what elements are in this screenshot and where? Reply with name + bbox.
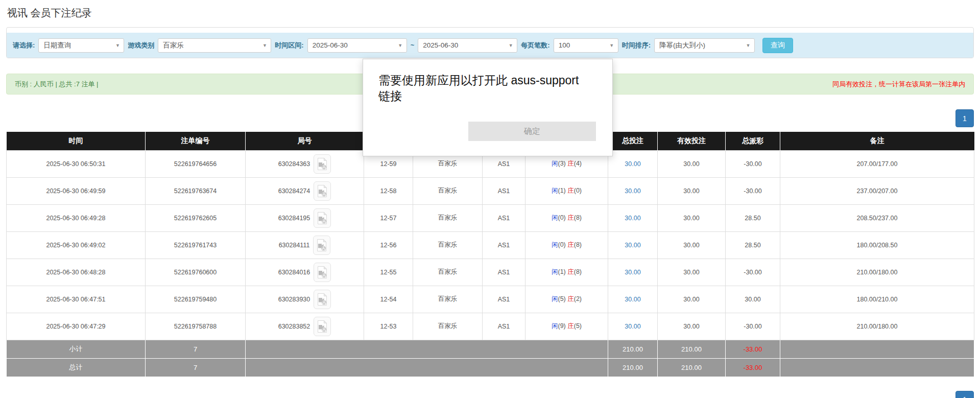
filter-bar: 请选择: 日期查询 ▼ 游戏类别 百家乐 ▼ 时间区间: 2025-06-30 … xyxy=(7,33,973,58)
video-replay-button[interactable] xyxy=(314,263,331,282)
total-bet-sum: 210.00 xyxy=(608,358,658,377)
round-cell: 630283930 xyxy=(246,286,364,313)
dialog-confirm-button[interactable]: 确定 xyxy=(468,122,596,141)
banker-bet-label: 庄 xyxy=(567,214,574,221)
round-id: 630284016 xyxy=(278,269,310,276)
range-separator: ~ xyxy=(411,41,415,49)
remark: 207.00/177.00 xyxy=(780,150,974,177)
remark: 210.00/180.00 xyxy=(780,259,974,286)
banker-bet-value: (8) xyxy=(574,268,582,275)
dialog-message: 需要使用新应用以打开此 asus-support 链接 xyxy=(378,73,583,104)
pagination-page-1-button[interactable]: 1 xyxy=(955,109,974,127)
banker-bet-value: (8) xyxy=(574,241,582,248)
video-replay-button[interactable] xyxy=(314,181,331,201)
total-count: 7 xyxy=(146,340,246,358)
round-id: 630284195 xyxy=(278,215,310,222)
player-bet-value: (1) xyxy=(558,268,565,275)
total-bet-cell: 30.00 xyxy=(608,177,658,204)
bet-detail: 闲(0) 庄(8) xyxy=(525,204,608,231)
remark: 180.00/210.00 xyxy=(780,286,974,313)
total-bet-link[interactable]: 30.00 xyxy=(625,323,640,330)
payout: -30.00 xyxy=(726,150,780,177)
game-name: 百家乐 xyxy=(413,177,483,204)
video-replay-button[interactable] xyxy=(314,208,331,228)
total-bet-cell: 30.00 xyxy=(608,204,658,231)
remark: 210.00/180.00 xyxy=(780,313,974,340)
currency-total-text: 币别 : 人民币 | 总共 :7 注单 | xyxy=(15,80,99,89)
player-bet-label: 闲 xyxy=(552,295,558,302)
chevron-down-icon[interactable]: ▼ xyxy=(258,39,271,52)
bet-time: 2025-06-30 06:49:02 xyxy=(7,231,146,259)
total-bet-link[interactable]: 30.00 xyxy=(625,296,640,303)
bet-time: 2025-06-30 06:47:29 xyxy=(7,313,146,340)
query-type-value: 日期查询 xyxy=(39,41,111,50)
chevron-down-icon[interactable]: ▼ xyxy=(742,39,754,52)
query-type-select[interactable]: 日期查询 ▼ xyxy=(38,38,124,53)
chevron-down-icon[interactable]: ▼ xyxy=(394,39,407,52)
chevron-down-icon[interactable]: ▼ xyxy=(505,39,517,52)
table-row: 2025-06-30 06:49:28 522619762605 6302841… xyxy=(7,204,974,231)
search-button[interactable]: 查询 xyxy=(762,38,793,53)
valid-bet-note: 同局有效投注，统一计算在该局第一张注单内 xyxy=(832,80,965,89)
bet-time: 2025-06-30 06:49:59 xyxy=(7,177,146,204)
round-id: 630283930 xyxy=(278,296,310,303)
payout: -30.00 xyxy=(726,313,780,340)
round-cell: 630284195 xyxy=(246,204,364,231)
payout: 28.50 xyxy=(726,204,780,231)
payout-sum: -33.00 xyxy=(726,358,780,377)
pagination-page-1-button[interactable]: 1 xyxy=(955,391,974,398)
date-to-value: 2025-06-30 xyxy=(418,41,505,49)
page-size-select[interactable]: 100 ▼ xyxy=(554,38,618,53)
total-bet-link[interactable]: 30.00 xyxy=(625,215,640,222)
total-count: 7 xyxy=(146,358,246,377)
game-name: 百家乐 xyxy=(413,286,483,313)
round-cell: 630284016 xyxy=(246,259,364,286)
shoe-round-number: 12-54 xyxy=(364,286,413,313)
total-bet-link[interactable]: 30.00 xyxy=(625,242,640,249)
chevron-down-icon[interactable]: ▼ xyxy=(606,39,618,52)
date-to-select[interactable]: 2025-06-30 ▼ xyxy=(418,38,517,53)
player-bet-value: (1) xyxy=(558,187,565,194)
chevron-down-icon[interactable]: ▼ xyxy=(111,39,124,52)
query-type-label: 请选择: xyxy=(13,41,35,50)
shoe-round-number: 12-53 xyxy=(364,313,413,340)
game-category-select[interactable]: 百家乐 ▼ xyxy=(158,38,271,53)
bet-id: 522619759480 xyxy=(146,286,246,313)
remark: 180.00/208.50 xyxy=(780,231,974,259)
banker-bet-label: 庄 xyxy=(567,241,574,248)
bet-detail: 闲(1) 庄(0) xyxy=(525,177,608,204)
total-bet-link[interactable]: 30.00 xyxy=(625,269,640,276)
bet-detail: 闲(1) 庄(8) xyxy=(525,259,608,286)
total-spacer xyxy=(246,358,608,377)
table-code: AS1 xyxy=(483,286,525,313)
table-row: 2025-06-30 06:47:51 522619759480 6302839… xyxy=(7,286,974,313)
bet-time: 2025-06-30 06:49:28 xyxy=(7,204,146,231)
round-id: 630284111 xyxy=(279,242,310,249)
video-replay-button[interactable] xyxy=(313,236,330,255)
bet-id: 522619763674 xyxy=(146,177,246,204)
video-replay-button[interactable] xyxy=(314,290,331,309)
shoe-round-number: 12-57 xyxy=(364,204,413,231)
bet-time: 2025-06-30 06:48:28 xyxy=(7,259,146,286)
video-replay-button[interactable] xyxy=(314,317,331,336)
remark: 208.50/237.00 xyxy=(780,204,974,231)
time-range-label: 时间区间: xyxy=(275,41,303,50)
bet-detail: 闲(5) 庄(2) xyxy=(525,286,608,313)
video-replay-button[interactable] xyxy=(314,154,331,174)
player-bet-value: (0) xyxy=(558,241,565,248)
total-bet-link[interactable]: 30.00 xyxy=(625,160,640,168)
total-bet-link[interactable]: 30.00 xyxy=(625,188,640,195)
round-id: 630284274 xyxy=(278,188,310,195)
table-code: AS1 xyxy=(483,231,525,259)
banker-bet-label: 庄 xyxy=(567,322,574,330)
round-cell: 630284274 xyxy=(246,177,364,204)
time-sort-label: 时间排序: xyxy=(622,41,651,50)
page-title: 视讯 会员下注纪录 xyxy=(7,6,974,20)
column-header: 备注 xyxy=(780,132,974,150)
bet-id: 522619761743 xyxy=(146,231,246,259)
time-sort-select[interactable]: 降幂(由大到小) ▼ xyxy=(654,38,755,53)
date-from-select[interactable]: 2025-06-30 ▼ xyxy=(307,38,407,53)
game-name: 百家乐 xyxy=(413,231,483,259)
game-category-value: 百家乐 xyxy=(158,41,258,50)
banker-bet-label: 庄 xyxy=(567,160,574,167)
